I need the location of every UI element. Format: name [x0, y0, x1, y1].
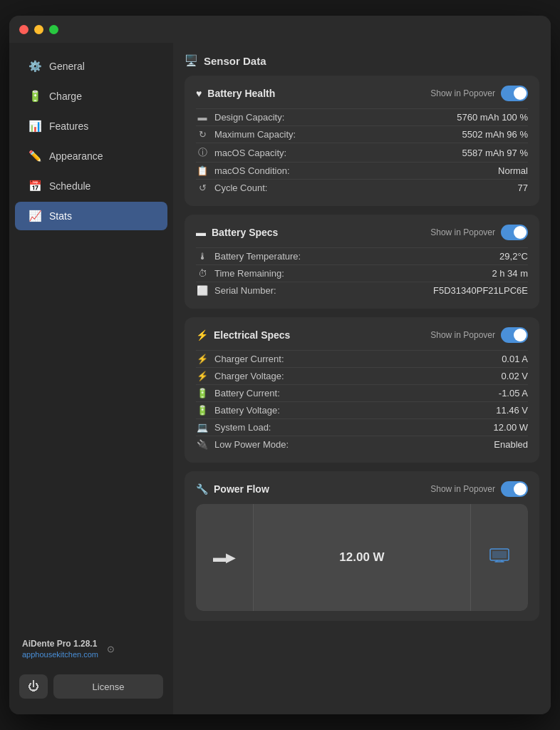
sidebar-item-stats[interactable]: 📈 Stats: [15, 202, 167, 230]
content-area: ⚙️ General 🔋 Charge 📊 Features ✏️ Appear…: [9, 43, 551, 714]
low-power-value: Enabled: [494, 439, 528, 450]
app-window: ⚙️ General 🔋 Charge 📊 Features ✏️ Appear…: [9, 16, 551, 714]
power-flow-header: 🔧 Power Flow Show in Popover: [196, 481, 528, 497]
serial-number-value: F5D31340PF21LPC6E: [433, 285, 528, 296]
power-flow-value: 12.00 W: [339, 550, 384, 565]
sidebar-item-general[interactable]: ⚙️ General: [15, 52, 167, 81]
sidebar-actions: ⏻ License: [9, 667, 173, 706]
gear-icon: ⚙️: [28, 59, 42, 73]
clock-icon: ⏱: [196, 268, 209, 279]
features-icon: 📊: [28, 119, 42, 133]
refresh-icon: ↻: [196, 129, 209, 140]
max-capacity-row: ↻ Maximum Capacity: 5502 mAh 96 %: [196, 125, 528, 143]
battery-health-popover: Show in Popover: [430, 86, 528, 101]
sidebar-item-schedule[interactable]: 📅 Schedule: [15, 172, 167, 200]
appearance-icon: ✏️: [28, 149, 42, 163]
electrical-specs-popover: Show in Popover: [430, 327, 528, 343]
battery-current-value: -1.05 A: [499, 388, 528, 399]
close-button[interactable]: [19, 25, 28, 34]
battery-health-header: ♥ Battery Health Show in Popover: [196, 86, 528, 101]
power-flow-icon: 🔧: [196, 483, 208, 495]
low-power-row: 🔌 Low Power Mode: Enabled: [196, 436, 528, 453]
macos-condition-row: 📋 macOS Condition: Normal: [196, 162, 528, 179]
settings-icon[interactable]: ⊙: [107, 644, 115, 654]
power-flow-battery: ▬▶: [196, 504, 253, 611]
sidebar-item-appearance[interactable]: ✏️ Appearance: [15, 142, 167, 170]
pf-computer-icon: [489, 548, 509, 567]
charger-current-icon: ⚡: [196, 354, 209, 364]
sidebar-label-general: General: [49, 61, 85, 72]
cycle-count-row: ↺ Cycle Count: 77: [196, 179, 528, 196]
license-button[interactable]: License: [53, 674, 163, 699]
cycle-icon: ↺: [196, 182, 209, 193]
laptop-icon: 💻: [196, 422, 209, 433]
battery-specs-title: ▬ Battery Specs: [196, 227, 278, 238]
schedule-icon: 📅: [28, 179, 42, 193]
power-icon: ⏻: [28, 680, 39, 693]
section-title-text: Sensor Data: [204, 55, 266, 67]
sidebar: ⚙️ General 🔋 Charge 📊 Features ✏️ Appear…: [9, 43, 173, 714]
electrical-specs-card: ⚡ Electrical Specs Show in Popover ⚡ Cha…: [185, 317, 539, 463]
battery-temp-row: 🌡 Battery Temperature: 29,2°C: [196, 247, 528, 264]
design-capacity-value: 5760 mAh 100 %: [457, 112, 528, 123]
battery-specs-toggle[interactable]: [501, 225, 528, 240]
thermometer-icon: 🌡: [196, 251, 209, 262]
charger-voltage-icon: ⚡: [196, 371, 209, 381]
battery-voltage-value: 11.46 V: [496, 405, 528, 416]
stats-icon: 📈: [28, 209, 42, 223]
sidebar-label-appearance: Appearance: [49, 150, 103, 162]
battery-health-title: ♥ Battery Health: [196, 88, 275, 99]
power-flow-title: 🔧 Power Flow: [196, 483, 269, 495]
electrical-specs-header: ⚡ Electrical Specs Show in Popover: [196, 327, 528, 343]
power-flow-center: 12.00 W: [254, 504, 470, 611]
power-flow-computer: [471, 504, 528, 611]
battery-small-icon: ▬: [196, 112, 209, 123]
charger-current-value: 0.01 A: [502, 354, 528, 364]
minimize-button[interactable]: [34, 25, 43, 34]
battery-spec-icon: ▬: [196, 227, 206, 238]
battery-voltage-row: 🔋 Battery Voltage: 11.46 V: [196, 401, 528, 418]
cycle-count-value: 77: [518, 182, 528, 193]
design-capacity-row: ▬ Design Capacity: 5760 mAh 100 %: [196, 108, 528, 125]
time-remaining-value: 2 h 34 m: [492, 268, 528, 279]
macos-condition-value: Normal: [498, 165, 528, 176]
sensor-icon: 🖥️: [185, 54, 198, 67]
section-title: 🖥️ Sensor Data: [185, 54, 539, 67]
battery-current-row: 🔋 Battery Current: -1.05 A: [196, 384, 528, 401]
power-flow-card: 🔧 Power Flow Show in Popover ▬▶: [185, 471, 539, 621]
low-power-icon: 🔌: [196, 439, 209, 450]
main-content: 🖥️ Sensor Data ♥ Battery Health Show in …: [173, 43, 551, 714]
electrical-specs-toggle[interactable]: [501, 327, 528, 343]
battery-current-icon: 🔋: [196, 388, 209, 399]
power-flow-visualization: ▬▶ 12.00 W: [196, 504, 528, 611]
battery-icon: 🔋: [28, 89, 42, 103]
battery-health-card: ♥ Battery Health Show in Popover ▬ Desig…: [185, 76, 539, 206]
sidebar-label-schedule: Schedule: [49, 180, 90, 192]
system-load-value: 12.00 W: [494, 422, 528, 433]
maximize-button[interactable]: [49, 25, 58, 34]
power-flow-toggle[interactable]: [501, 481, 528, 497]
max-capacity-value: 5502 mAh 96 %: [462, 129, 528, 140]
macos-capacity-row: ⓘ macOS Capacity: 5587 mAh 97 %: [196, 143, 528, 162]
battery-voltage-icon: 🔋: [196, 405, 209, 416]
charger-voltage-row: ⚡ Charger Voltage: 0.02 V: [196, 367, 528, 384]
heart-icon: ♥: [196, 88, 202, 99]
macos-capacity-value: 5587 mAh 97 %: [462, 148, 528, 158]
clipboard-icon: 📋: [196, 165, 209, 176]
sidebar-item-features[interactable]: 📊 Features: [15, 112, 167, 140]
titlebar: [9, 16, 551, 43]
power-button[interactable]: ⏻: [19, 674, 48, 699]
sidebar-label-features: Features: [49, 120, 88, 132]
sidebar-item-charge[interactable]: 🔋 Charge: [15, 82, 167, 110]
battery-health-toggle[interactable]: [501, 86, 528, 101]
app-link[interactable]: apphousekitchen.com: [22, 650, 98, 659]
battery-specs-popover: Show in Popover: [430, 225, 528, 240]
serial-icon: ⬜: [196, 285, 209, 296]
charger-current-row: ⚡ Charger Current: 0.01 A: [196, 350, 528, 367]
info-icon: ⓘ: [196, 146, 209, 159]
power-flow-inner: ▬▶ 12.00 W: [196, 504, 528, 611]
lightning-icon: ⚡: [196, 329, 208, 341]
sidebar-label-stats: Stats: [49, 210, 72, 222]
electrical-specs-title: ⚡ Electrical Specs: [196, 329, 290, 341]
serial-number-row: ⬜ Serial Number: F5D31340PF21LPC6E: [196, 282, 528, 299]
